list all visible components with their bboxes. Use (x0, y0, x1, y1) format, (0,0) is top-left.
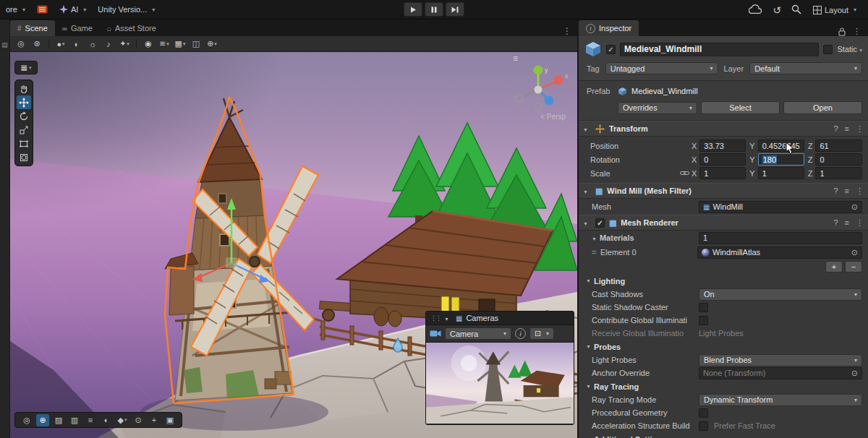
cast-shadows-dropdown[interactable]: On (699, 288, 862, 301)
view-hand-tool[interactable] (17, 82, 31, 95)
tab-scene[interactable]: # Scene (10, 20, 55, 36)
scene-visibility-toggle[interactable]: ◉ (141, 38, 156, 51)
scale-y-field[interactable]: 1 (758, 167, 804, 179)
lock-icon[interactable] (838, 27, 846, 36)
rotation-z-field[interactable]: 0 (815, 153, 862, 166)
static-label[interactable]: Static (837, 45, 862, 53)
component-tools-dropdown[interactable]: ⊕ (205, 38, 219, 51)
reorder-handle-icon[interactable]: = (592, 248, 600, 257)
scale-tool[interactable] (17, 123, 31, 137)
tab-inspector[interactable]: i Inspector (579, 20, 639, 36)
move-tool[interactable] (17, 95, 31, 109)
metrics-toggle[interactable]: ◫ (189, 38, 203, 51)
store-menu[interactable]: ore (0, 0, 31, 19)
component-menu-icon[interactable]: ⋮ (856, 124, 864, 134)
procedural-geometry-checkbox[interactable] (699, 408, 708, 418)
ai-menu[interactable]: AI (54, 0, 92, 19)
step-button[interactable] (446, 2, 464, 17)
renderer-enabled-checkbox[interactable] (595, 218, 605, 228)
position-y-field[interactable]: 0.4526745 (758, 139, 804, 152)
help-icon[interactable]: ? (833, 218, 838, 228)
mesh-object-field[interactable]: ▦ WindMill (699, 201, 862, 213)
layout-dropdown[interactable]: Layout (812, 0, 858, 20)
presets-icon[interactable]: ≡ (845, 186, 849, 196)
probes-foldout[interactable]: Probes (579, 340, 868, 353)
component-menu-icon[interactable]: ⋮ (856, 218, 864, 228)
constrain-proportions-icon[interactable] (680, 169, 692, 178)
scale-z-field[interactable]: 1 (815, 167, 862, 179)
layer-dropdown[interactable]: Default (749, 62, 862, 74)
zoom-tool-button[interactable]: ⊙ (132, 414, 145, 426)
mesh-filter-header[interactable]: ▦ Wind Mill (Mesh Filter) ? ≡ ⋮ (579, 183, 868, 199)
rotation-y-field[interactable]: 180 (758, 153, 804, 166)
lighting-toggle[interactable]: ☼ (85, 38, 100, 51)
materials-foldout[interactable]: Materials (592, 233, 699, 242)
add-material-button[interactable]: + (825, 261, 843, 272)
grid-overlay-dropdown[interactable]: ▦ (14, 61, 38, 74)
global-local-toggle[interactable]: ⊛ (30, 38, 44, 51)
overrides-dropdown[interactable]: Overrides (618, 102, 697, 114)
perspective-label[interactable]: < Persp (540, 113, 566, 121)
tab-asset-store[interactable]: ⌂ Asset Store (100, 20, 163, 36)
help-icon[interactable]: ? (833, 186, 838, 196)
scale-x-field[interactable]: 1 (699, 167, 746, 179)
camera-panel-header[interactable]: ⋮⋮ ▦ Cameras (426, 312, 574, 325)
presets-icon[interactable]: ≡ (845, 218, 849, 228)
scene-viewport[interactable]: ▦ ≡ (10, 52, 577, 438)
static-shadow-caster-checkbox[interactable] (699, 303, 708, 312)
foldout-arrow-icon[interactable] (583, 124, 591, 133)
center-pivot-button[interactable]: ◎ (20, 414, 33, 426)
crosshair-tool-button[interactable]: + (148, 414, 161, 426)
select-button[interactable]: Select (701, 101, 780, 114)
rotation-snap-button[interactable]: ◐ (100, 414, 113, 426)
prefab-name[interactable]: Medieval_Windmill (631, 87, 698, 95)
ray-tracing-foldout[interactable]: Ray Tracing (579, 379, 868, 393)
version-menu[interactable]: Unity Versio... (92, 0, 161, 19)
materials-size-field[interactable]: 1 (699, 232, 862, 244)
camera-display-dropdown[interactable]: ⊡ (529, 327, 554, 340)
transform-header[interactable]: Transform ? ≡ ⋮ (579, 121, 868, 137)
panel-splitter[interactable] (577, 20, 579, 438)
twod-toggle[interactable]: ◐ (69, 38, 84, 51)
grid-dropdown[interactable]: ▦ (173, 38, 187, 51)
transform-tool[interactable] (17, 150, 31, 164)
inspector-menu-button[interactable]: ⋮ (853, 27, 861, 36)
rotation-x-field[interactable]: 0 (699, 153, 746, 166)
tag-dropdown[interactable]: Untagged (605, 62, 718, 74)
undo-history-button[interactable]: ↺ (773, 5, 781, 15)
camera-info-button[interactable]: i (515, 328, 526, 339)
pause-button[interactable] (425, 2, 443, 17)
search-button[interactable] (791, 4, 801, 16)
scene-orientation-gizmo[interactable]: y x (508, 62, 571, 114)
audio-toggle[interactable]: ♪ (101, 38, 116, 51)
static-checkbox[interactable] (823, 45, 833, 54)
gizmo-settings-dropdown[interactable]: ◆ (116, 414, 129, 426)
move-overlay-button[interactable]: ⊕ (36, 414, 49, 426)
foldout-arrow-icon[interactable] (583, 218, 591, 227)
remove-material-button[interactable]: − (845, 261, 862, 272)
layers-dropdown[interactable]: ≋ (157, 38, 171, 51)
mesh-renderer-header[interactable]: ▩ Mesh Renderer ? ≡ ⋮ (579, 215, 868, 231)
open-button[interactable]: Open (783, 101, 862, 114)
collapse-arrow-icon[interactable] (444, 314, 452, 322)
light-probes-dropdown[interactable]: Blend Probes (699, 354, 862, 366)
active-checkbox[interactable] (606, 45, 616, 54)
cloud-button[interactable] (749, 4, 762, 15)
rect-tool[interactable] (17, 137, 31, 150)
presets-icon[interactable]: ≡ (845, 124, 849, 134)
collapsed-panel-strip[interactable]: ▤ (0, 20, 10, 438)
anchor-override-field[interactable]: None (Transform) (699, 367, 862, 379)
align-list-button[interactable]: ≡ (84, 414, 97, 426)
object-name-field[interactable]: Medieval_Windmill (620, 43, 819, 56)
center-pivot-toggle[interactable]: ◎ (14, 38, 28, 51)
contribute-gi-checkbox[interactable] (699, 316, 708, 325)
position-x-field[interactable]: 33.73 (699, 139, 746, 152)
tab-game[interactable]: ∞ Game (55, 20, 100, 36)
draw-mode-dropdown[interactable]: ● (54, 38, 68, 51)
scene-tab-menu-button[interactable]: ⋮ (557, 26, 577, 36)
acceleration-structure-checkbox[interactable] (699, 421, 708, 431)
foldout-arrow-icon[interactable] (583, 186, 591, 195)
ray-tracing-mode-dropdown[interactable]: Dynamic Transform (699, 394, 862, 406)
component-menu-icon[interactable]: ⋮ (856, 186, 864, 196)
play-button[interactable] (404, 2, 422, 17)
